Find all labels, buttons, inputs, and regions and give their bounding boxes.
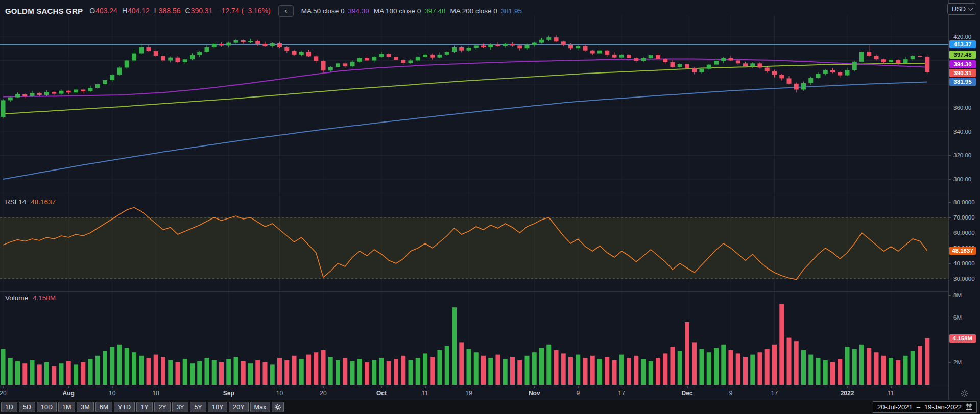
- candle-body: [183, 59, 187, 62]
- candle-body: [700, 69, 704, 72]
- change-value: −12.74 (−3.16%): [217, 7, 270, 15]
- volume-bar: [219, 362, 224, 385]
- trading-chart-app: GOLDM SACHS GRP O403.24 H404.12 L388.56 …: [0, 0, 980, 414]
- range-button-10y[interactable]: 10Y: [208, 402, 227, 412]
- candle-body: [496, 44, 500, 46]
- time-tick-mark: [891, 386, 892, 388]
- volume-bar: [459, 342, 464, 385]
- volume-bar: [496, 355, 500, 385]
- high-value: H404.12: [122, 7, 150, 15]
- candle-body: [379, 54, 384, 57]
- candle-body: [372, 57, 376, 61]
- candle-body: [284, 47, 289, 51]
- time-tick-label: 11: [422, 389, 428, 397]
- candle-body: [139, 47, 144, 54]
- volume-bar: [525, 356, 530, 385]
- candle-body: [619, 55, 624, 58]
- candle-body: [37, 93, 42, 94]
- candle-body: [576, 46, 580, 49]
- candle-body: [445, 52, 449, 55]
- volume-bar: [474, 352, 479, 385]
- candle-body: [692, 68, 697, 72]
- volume-bar: [801, 350, 806, 385]
- volume-bar: [394, 359, 398, 385]
- volume-bar: [255, 360, 260, 385]
- candle-body: [416, 57, 420, 61]
- volume-bar: [605, 357, 609, 385]
- range-button-5y[interactable]: 5Y: [190, 402, 206, 412]
- volume-bar: [852, 349, 857, 385]
- range-button-20y[interactable]: 20Y: [229, 402, 248, 412]
- range-button-2y[interactable]: 2Y: [154, 402, 171, 412]
- range-button-1y[interactable]: 1Y: [136, 402, 153, 412]
- candle-body: [438, 55, 442, 58]
- candle-body: [685, 64, 689, 68]
- price-scale[interactable]: 420.00360.00340.00320.00300.0080.000070.…: [948, 0, 980, 400]
- range-button-10d[interactable]: 10D: [37, 402, 57, 412]
- volume-bar: [539, 348, 544, 385]
- price-badge: 394.30: [949, 60, 976, 68]
- date-range-picker[interactable]: 20-Jul-2021 – 19-Jan-2022: [873, 401, 977, 413]
- candle-body: [212, 44, 217, 47]
- candle-body: [867, 52, 871, 56]
- collapse-legend-button[interactable]: ‹: [278, 5, 294, 17]
- time-tick-mark: [323, 386, 324, 388]
- volume-bar: [845, 347, 850, 385]
- volume-bar: [66, 361, 71, 385]
- time-tick-label: 2022: [841, 389, 854, 397]
- range-button-3m[interactable]: 3M: [77, 402, 93, 412]
- volume-bar: [59, 363, 64, 385]
- time-tick-mark: [469, 386, 469, 388]
- range-button-6m[interactable]: 6M: [95, 402, 112, 412]
- candle-body: [481, 45, 486, 47]
- volume-bar: [22, 363, 27, 385]
- time-tick-mark: [775, 386, 775, 388]
- price-badge: 4.158M: [949, 334, 976, 343]
- currency-dropdown[interactable]: USD: [947, 3, 976, 15]
- candle-body: [823, 70, 828, 74]
- volume-bar: [779, 304, 784, 385]
- volume-bar: [328, 357, 333, 385]
- toolbar-settings-button[interactable]: [272, 402, 284, 412]
- time-tick-mark: [68, 386, 69, 388]
- range-button-max[interactable]: Max: [250, 402, 271, 412]
- range-button-5d[interactable]: 5D: [19, 402, 35, 412]
- volume-bar: [481, 356, 486, 385]
- volume-bar: [663, 353, 667, 385]
- pane-separator[interactable]: [0, 291, 980, 292]
- candle-body: [452, 47, 457, 52]
- ma100-line: [3, 63, 927, 114]
- volume-bar: [561, 353, 566, 385]
- scale-settings-gear-icon[interactable]: [961, 389, 968, 399]
- range-button-3y[interactable]: 3Y: [172, 402, 188, 412]
- price-tick-label: 420.00: [953, 34, 971, 40]
- volume-bar: [205, 358, 209, 385]
- gear-icon: [274, 404, 281, 411]
- candle-body: [765, 67, 770, 71]
- rsi-band: [0, 217, 948, 279]
- candle-body: [517, 45, 522, 48]
- volume-bar: [619, 355, 624, 385]
- pane-separator[interactable]: [0, 194, 980, 194]
- volume-tick-label: 6M: [953, 314, 962, 321]
- range-button-ytd[interactable]: YTD: [114, 402, 135, 412]
- time-tick-label: 17: [771, 389, 778, 397]
- candle-body: [321, 61, 326, 71]
- candle-body: [474, 45, 479, 48]
- candle-body: [357, 58, 362, 62]
- candle-body: [219, 44, 224, 45]
- rsi-legend: RSI 14 48.1637: [5, 198, 56, 206]
- price-badge: 390.31: [949, 69, 976, 77]
- price-badge: 48.1637: [949, 247, 976, 255]
- range-button-1m[interactable]: 1M: [58, 402, 75, 412]
- candle-body: [255, 41, 260, 44]
- candle-body: [168, 58, 173, 61]
- time-tick-mark: [687, 386, 688, 388]
- chart-canvas[interactable]: [0, 0, 980, 414]
- time-scale[interactable]: 20Aug1018Sep1020Oct1119Nov917Dec91720221…: [0, 386, 948, 400]
- time-tick-mark: [3, 386, 4, 388]
- range-button-1d[interactable]: 1D: [1, 402, 17, 412]
- volume-bar: [343, 358, 347, 385]
- candle-body: [750, 63, 755, 66]
- rsi-tick-label: 60.0000: [953, 230, 975, 236]
